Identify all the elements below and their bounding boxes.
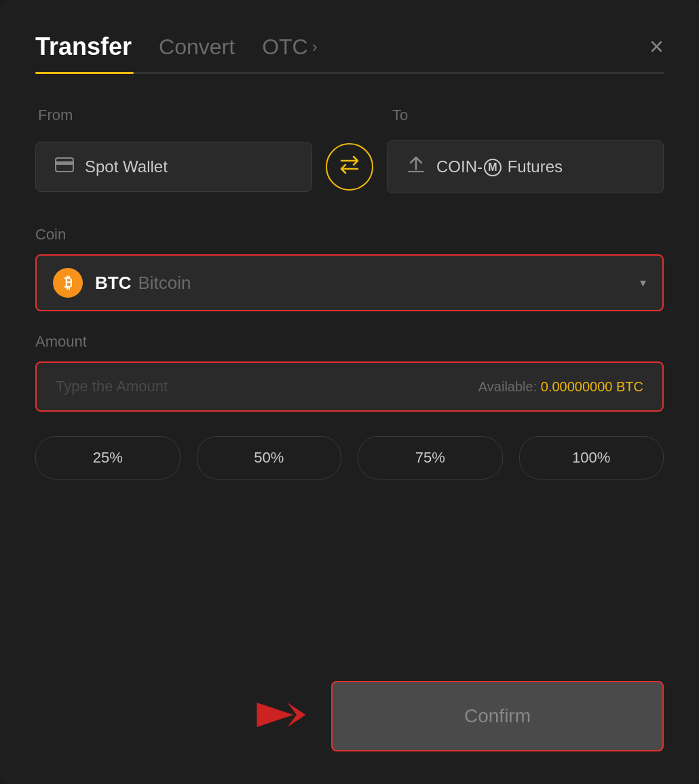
pct-50-button[interactable]: 50% <box>197 436 342 479</box>
spot-wallet-icon <box>55 157 74 176</box>
swap-icon <box>339 155 360 179</box>
svg-rect-1 <box>56 161 73 165</box>
header-tabs: Transfer Convert OTC › <box>35 33 318 61</box>
confirm-button[interactable]: Confirm <box>331 681 664 751</box>
swap-button[interactable] <box>326 143 373 191</box>
tab-otc[interactable]: OTC › <box>262 35 318 60</box>
pct-75-button[interactable]: 75% <box>358 436 503 479</box>
coin-dropdown[interactable]: ₿ BTC Bitcoin ▾ <box>35 254 664 311</box>
svg-rect-2 <box>408 171 424 172</box>
from-wallet-name: Spot Wallet <box>85 157 168 176</box>
tab-underline-container <box>35 72 664 74</box>
available-value: 0.00000000 BTC <box>541 379 643 394</box>
coin-ticker: BTC <box>95 273 131 294</box>
to-wallet-name: COIN-M Futures <box>436 157 563 177</box>
pct-100-button[interactable]: 100% <box>519 436 664 479</box>
from-label: From <box>38 106 309 124</box>
amount-placeholder: Type the Amount <box>56 378 168 395</box>
amount-section: Amount Type the Amount Available: 0.0000… <box>35 333 664 412</box>
tab-transfer[interactable]: Transfer <box>35 33 132 61</box>
to-label: To <box>392 106 664 124</box>
btc-icon: ₿ <box>53 268 83 298</box>
coin-label: Coin <box>35 226 664 243</box>
futures-wallet-icon <box>407 156 426 178</box>
from-wallet-selector[interactable]: Spot Wallet <box>35 142 312 192</box>
dropdown-arrow-icon: ▾ <box>640 275 646 290</box>
otc-chevron-icon: › <box>312 37 318 56</box>
from-to-section: From To Spot Wallet <box>35 106 664 226</box>
pct-25-button[interactable]: 25% <box>35 436 181 479</box>
modal-header: Transfer Convert OTC › × <box>35 33 664 61</box>
coin-name: Bitcoin <box>138 273 191 294</box>
to-wallet-selector[interactable]: COIN-M Futures <box>387 140 664 193</box>
amount-label: Amount <box>35 333 664 351</box>
close-button[interactable]: × <box>649 35 664 59</box>
available-info: Available: 0.00000000 BTC <box>478 379 643 395</box>
wallet-row: Spot Wallet COIN-M Fu <box>35 140 664 193</box>
tab-underline-active <box>35 72 134 74</box>
coin-section: Coin ₿ BTC Bitcoin ▾ <box>35 226 664 311</box>
confirm-area: Confirm <box>35 681 664 751</box>
tab-convert[interactable]: Convert <box>159 35 235 60</box>
svg-marker-3 <box>257 703 294 727</box>
percentage-row: 25% 50% 75% 100% <box>35 436 664 479</box>
arrow-indicator <box>254 684 315 748</box>
amount-input-box[interactable]: Type the Amount Available: 0.00000000 BT… <box>35 361 664 412</box>
transfer-modal: Transfer Convert OTC › × From To <box>0 0 699 784</box>
